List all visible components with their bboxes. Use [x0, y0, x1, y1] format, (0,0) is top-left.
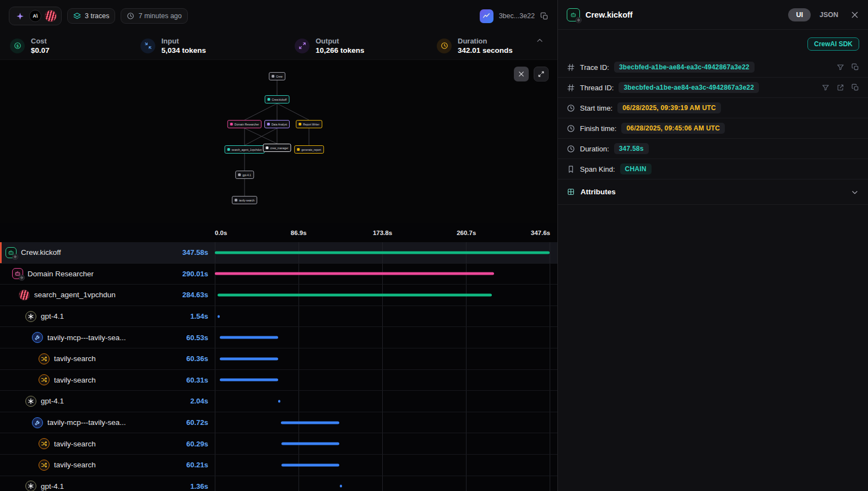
span-row[interactable]: tavily-search60.36s: [0, 348, 557, 370]
span-row[interactable]: gpt-4.12.04s: [0, 391, 557, 412]
openai-icon: [25, 396, 36, 407]
close-panel-icon[interactable]: [850, 10, 859, 19]
external-icon[interactable]: [837, 84, 844, 91]
input-icon: [140, 39, 155, 53]
span-duration: 60.29s: [186, 440, 208, 448]
axis-tick: 347.6s: [531, 230, 550, 236]
span-label: tavily-mcp---tavily-sea...: [47, 334, 126, 342]
span-row[interactable]: gpt-4.11.36s: [0, 476, 557, 491]
shuffle-icon: [39, 353, 50, 364]
span-name-cell: tavily-search60.31s: [0, 374, 215, 385]
graph-node-tavily[interactable]: tavily-search: [232, 196, 257, 204]
span-track: [215, 455, 550, 476]
openai-icon: [25, 311, 36, 322]
span-label: gpt-4.1: [41, 482, 64, 490]
stat-label: Input: [161, 37, 206, 45]
bookmark-icon: [567, 165, 575, 173]
graph-node-domain[interactable]: Domain Researcher: [227, 120, 262, 128]
field-label: Duration:: [580, 145, 609, 153]
node-dot: [267, 123, 270, 126]
graph-close-button[interactable]: [514, 67, 529, 81]
span-name-cell: tavily-search60.36s: [0, 353, 215, 364]
span-bar: [281, 443, 339, 445]
field-actions: [822, 84, 859, 91]
node-dot: [230, 123, 233, 126]
sdk-row: CrewAI SDK: [558, 30, 868, 57]
gear-badge-icon: [12, 254, 18, 260]
clock-icon: [567, 145, 575, 153]
stat-output: Output10,266 tokens: [295, 37, 437, 54]
span-track: [215, 306, 550, 327]
trace-age-label: 7 minutes ago: [138, 12, 182, 20]
filter-icon[interactable]: [837, 63, 844, 71]
anthropic-logo-icon[interactable]: A\: [29, 10, 41, 22]
analytics-button[interactable]: [480, 9, 493, 23]
node-dot: [299, 123, 301, 126]
graph-node-analyst[interactable]: Data Analyst: [264, 120, 290, 128]
axis-tick: 0.0s: [215, 230, 227, 236]
graph-node-crew[interactable]: Crew: [269, 72, 285, 80]
tab-ui[interactable]: UI: [788, 8, 811, 21]
span-row[interactable]: gpt-4.11.54s: [0, 306, 557, 328]
copy-icon[interactable]: [851, 63, 859, 71]
node-dot: [235, 199, 237, 201]
field-value: CHAIN: [620, 163, 652, 174]
topbar: A\ 3 traces 7 minutes ago 3bec...3e22: [0, 0, 557, 32]
span-fields: Trace ID:3becbfed-a1be-ae84-ea3c-4942867…: [558, 57, 868, 179]
span-row[interactable]: tavily-search60.21s: [0, 455, 557, 476]
output-icon: [295, 39, 310, 53]
stat-cost: $Cost$0.07: [10, 37, 140, 54]
graph-node-gpt[interactable]: gpt-4.1: [235, 171, 254, 179]
graph-node-manager[interactable]: crew_manager: [263, 144, 291, 152]
span-row[interactable]: Crew.kickoff347.58s: [0, 242, 557, 264]
span-rows: Crew.kickoff347.58sDomain Researcher290.…: [0, 242, 557, 491]
hash-icon: [567, 63, 575, 72]
span-bar: [215, 272, 494, 275]
graph-node-generate[interactable]: generate_report: [294, 145, 324, 154]
span-row[interactable]: tavily-mcp---tavily-sea...60.72s: [0, 412, 557, 434]
trace-main: A\ 3 traces 7 minutes ago 3bec...3e22 $C…: [0, 0, 557, 491]
field-value: 347.58s: [614, 143, 649, 154]
stat-value: $0.07: [31, 46, 50, 54]
span-track: [215, 285, 550, 305]
graph-expand-button[interactable]: [534, 67, 549, 81]
stats-items: $Cost$0.07Input5,034 tokensOutput10,266 …: [10, 37, 547, 54]
crewai-agent-icon: [19, 290, 30, 301]
sdk-badge: CrewAI SDK: [807, 37, 859, 51]
span-row[interactable]: Domain Researcher290.01s: [0, 264, 557, 285]
node-dot: [227, 148, 230, 151]
tools-icon: [32, 417, 43, 428]
span-row[interactable]: search_agent_1vpchdun284.63s: [0, 285, 557, 306]
graph-node-kickoff[interactable]: Crew.kickoff: [265, 95, 290, 103]
shuffle-icon: [39, 374, 50, 385]
filter-icon[interactable]: [822, 84, 829, 91]
graph-node-writer[interactable]: Report Writer: [296, 120, 322, 128]
span-name-cell: search_agent_1vpchdun284.63s: [0, 290, 215, 301]
span-bar: [281, 463, 339, 466]
crewai-logo-icon[interactable]: [45, 10, 57, 22]
trace-age-badge: 7 minutes ago: [121, 8, 188, 24]
copy-icon[interactable]: [851, 84, 859, 91]
tab-json[interactable]: JSON: [820, 11, 838, 19]
copy-icon[interactable]: [540, 12, 549, 20]
traces-count-badge[interactable]: 3 traces: [67, 8, 115, 24]
span-duration: 60.21s: [186, 461, 208, 469]
provider-logo-pill: A\: [9, 7, 62, 25]
clock-icon: [127, 12, 134, 20]
span-name-cell: tavily-search60.29s: [0, 438, 215, 449]
detail-field: Start time:06/28/2025, 09:39:19 AM UTC: [558, 98, 868, 118]
trace-short-id: 3bec...3e22: [499, 12, 535, 20]
attributes-section[interactable]: Attributes: [558, 179, 868, 205]
span-row[interactable]: tavily-search60.31s: [0, 370, 557, 391]
span-row[interactable]: tavily-mcp---tavily-sea...60.53s: [0, 327, 557, 348]
span-bar: [278, 400, 280, 402]
span-track: [215, 327, 550, 348]
span-duration: 290.01s: [182, 270, 208, 278]
collapse-chevron-icon[interactable]: [535, 36, 544, 45]
span-row[interactable]: tavily-search60.29s: [0, 433, 557, 455]
sparkle-logo-icon[interactable]: [14, 10, 26, 22]
graph-node-search[interactable]: search_agent_1vpchdun: [225, 145, 265, 154]
span-duration: 284.63s: [182, 291, 208, 299]
span-label: tavily-mcp---tavily-sea...: [47, 418, 126, 427]
span-duration: 60.72s: [186, 418, 208, 427]
